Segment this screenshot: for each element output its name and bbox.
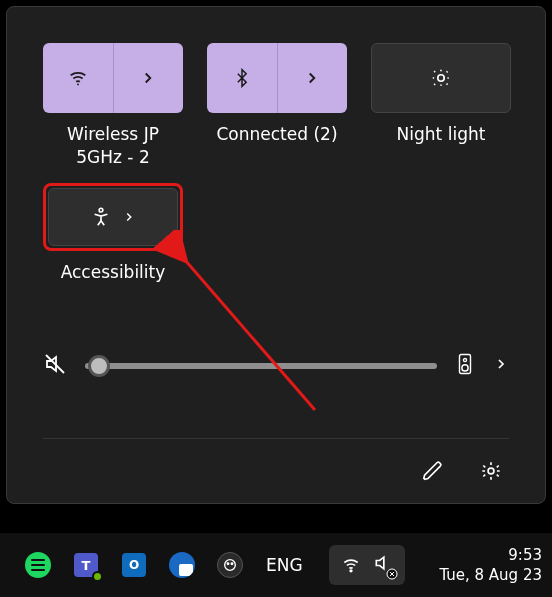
svg-point-0 [77, 84, 79, 86]
taskbar-time: 9:53 [439, 545, 542, 565]
accessibility-tile-wrap: Accessibility [43, 183, 183, 284]
svg-point-10 [227, 563, 229, 565]
taskbar-language[interactable]: ENG [266, 555, 303, 575]
volume-row [43, 352, 509, 380]
accessibility-icon [90, 206, 112, 228]
taskbar-teams-icon[interactable] [72, 551, 100, 579]
chevron-right-icon [122, 210, 136, 224]
nightlight-tile-wrap: Night light [371, 43, 511, 169]
pencil-icon [422, 460, 444, 482]
bluetooth-tile[interactable] [207, 43, 347, 113]
taskbar-app-icon[interactable] [216, 551, 244, 579]
wifi-tile-wrap: Wireless JP 5GHz - 2 [43, 43, 183, 169]
svg-point-9 [225, 560, 236, 571]
nightlight-label: Night light [397, 123, 486, 146]
volume-slider-thumb[interactable] [88, 355, 110, 377]
taskbar-spotify-icon[interactable] [24, 551, 52, 579]
audio-output-expand[interactable] [493, 356, 509, 376]
taskbar-outlook-icon[interactable]: O [120, 551, 148, 579]
volume-mute-icon[interactable] [43, 352, 67, 380]
bluetooth-expand[interactable] [277, 43, 347, 113]
svg-point-7 [488, 468, 494, 474]
svg-point-11 [231, 563, 233, 565]
accessibility-tile[interactable] [48, 188, 178, 246]
svg-point-12 [350, 570, 352, 572]
panel-actions-row [43, 438, 509, 489]
wifi-icon [67, 67, 89, 89]
audio-output-icon[interactable] [455, 353, 475, 379]
chevron-right-icon [139, 69, 157, 87]
nightlight-tile[interactable] [371, 43, 511, 113]
volume-slider[interactable] [85, 363, 437, 369]
systray-volume-icon [373, 553, 393, 577]
accessibility-label: Accessibility [61, 261, 166, 284]
wifi-tile[interactable] [43, 43, 183, 113]
chevron-right-icon [493, 356, 509, 372]
svg-point-6 [462, 365, 468, 371]
nightlight-icon [430, 67, 452, 89]
wifi-label: Wireless JP 5GHz - 2 [43, 123, 183, 169]
wifi-toggle[interactable] [43, 43, 113, 113]
bluetooth-tile-wrap: Connected (2) [207, 43, 347, 169]
taskbar: O ENG 9:53 Tue, 8 Aug 23 [0, 533, 552, 597]
gear-icon [480, 460, 502, 482]
svg-point-1 [438, 75, 444, 81]
svg-point-2 [99, 208, 103, 212]
quick-settings-panel: Wireless JP 5GHz - 2 Connected (2) Night… [6, 6, 546, 504]
quick-tiles-grid: Wireless JP 5GHz - 2 Connected (2) Night… [43, 43, 509, 284]
accessibility-highlight [43, 183, 183, 251]
taskbar-thunderbird-icon[interactable] [168, 551, 196, 579]
svg-point-5 [463, 358, 466, 361]
settings-button[interactable] [473, 453, 509, 489]
wifi-expand[interactable] [113, 43, 183, 113]
bluetooth-toggle[interactable] [207, 43, 277, 113]
bluetooth-icon [232, 68, 252, 88]
taskbar-date: Tue, 8 Aug 23 [439, 565, 542, 585]
taskbar-clock[interactable]: 9:53 Tue, 8 Aug 23 [439, 545, 542, 586]
chevron-right-icon [303, 69, 321, 87]
edit-quick-settings-button[interactable] [415, 453, 451, 489]
taskbar-systray[interactable] [329, 545, 405, 585]
systray-wifi-icon [341, 555, 361, 575]
bluetooth-label: Connected (2) [216, 123, 337, 146]
